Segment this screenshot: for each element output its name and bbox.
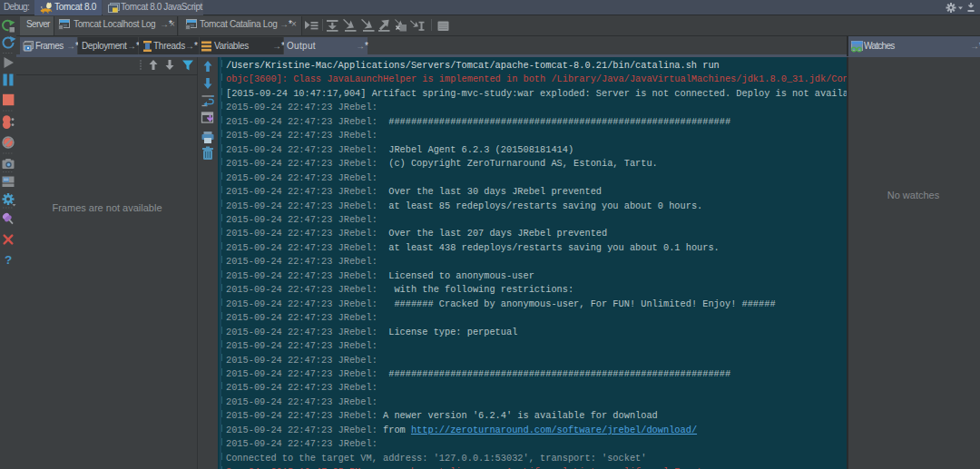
svg-text:?: ? <box>5 253 12 267</box>
